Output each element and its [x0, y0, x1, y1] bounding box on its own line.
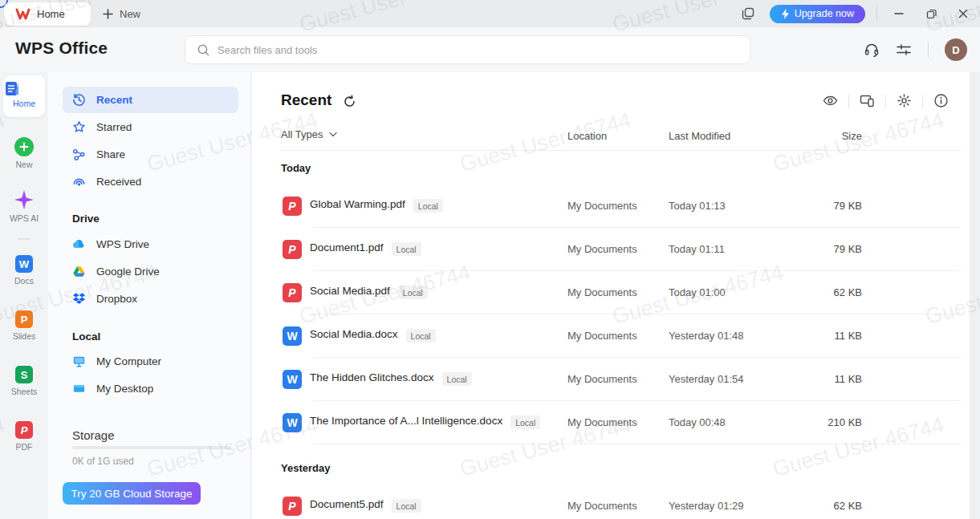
local-badge: Local — [442, 372, 472, 386]
sidebar-item-received[interactable]: Received — [63, 168, 238, 195]
rail-item-sheets[interactable]: S Sheets — [0, 366, 48, 396]
file-size: 11 KB — [766, 330, 862, 342]
search-placeholder: Search files and tools — [218, 44, 317, 56]
column-header-last-modified[interactable]: Last Modified — [669, 130, 730, 142]
sidebar-item-my-desktop[interactable]: My Desktop — [63, 375, 238, 402]
rail-item-new[interactable]: New — [0, 137, 48, 169]
search-input[interactable]: Search files and tools — [185, 35, 750, 64]
rail-item-home[interactable]: Home — [3, 75, 45, 117]
preferences-button[interactable] — [896, 42, 912, 58]
new-tab-label: New — [120, 8, 140, 20]
sidebar: Recent Starred Share Received — [48, 72, 251, 519]
rail-item-pdf[interactable]: P PDF — [0, 421, 48, 452]
file-size: 62 KB — [766, 500, 862, 512]
file-row[interactable]: PDocument5.pdfLocalMy DocumentsYesterday… — [252, 485, 970, 519]
pdf-file-icon: P — [283, 497, 302, 516]
sidebar-item-my-computer[interactable]: My Computer — [63, 348, 238, 375]
file-location: My Documents — [567, 286, 637, 298]
word-file-icon: W — [283, 370, 302, 389]
rail-item-docs-label: Docs — [0, 276, 48, 286]
upgrade-now-label: Upgrade now — [795, 8, 854, 19]
sidebar-item-dropbox[interactable]: Dropbox — [63, 286, 238, 312]
recent-history-icon — [72, 93, 86, 107]
sheets-icon: S — [15, 366, 33, 383]
file-row[interactable]: WThe Importance of A...l Intelligence.do… — [252, 401, 970, 444]
main-content: Recent — [252, 72, 970, 519]
pdf-icon: P — [15, 421, 33, 439]
minimize-button[interactable] — [889, 3, 909, 24]
file-location: My Documents — [567, 200, 637, 212]
file-name: Document1.pdf — [310, 241, 384, 253]
support-button[interactable] — [864, 42, 880, 58]
column-header-size[interactable]: Size — [766, 130, 862, 142]
sidebar-item-dropbox-label: Dropbox — [96, 293, 137, 305]
tab-home[interactable]: Home — [4, 2, 91, 26]
group-label: Today — [252, 151, 970, 184]
header-separator — [928, 42, 929, 58]
file-type-filter-label: All Types — [281, 128, 323, 140]
file-location: My Documents — [567, 500, 637, 512]
storage-progress-bar — [72, 446, 231, 449]
local-badge: Local — [406, 329, 436, 343]
pdf-file-icon: P — [283, 240, 302, 259]
devices-button[interactable] — [860, 93, 875, 108]
settings-button[interactable] — [897, 93, 912, 108]
word-file-icon: W — [283, 413, 302, 432]
actions-separator — [848, 95, 849, 107]
info-button[interactable] — [933, 93, 949, 108]
sidebar-item-recent[interactable]: Recent — [63, 87, 238, 113]
file-row[interactable]: PGlobal Warming.pdfLocalMy DocumentsToda… — [252, 184, 970, 228]
home-doc-icon — [3, 81, 21, 97]
sidebar-item-share-label: Share — [96, 148, 125, 160]
devices-icon — [860, 93, 875, 108]
file-row[interactable]: WThe Hidden Glitches.docxLocalMy Documen… — [252, 358, 970, 401]
restore-button[interactable] — [921, 3, 941, 24]
file-location: My Documents — [567, 416, 637, 428]
rail-item-slides[interactable]: P Slides — [0, 310, 48, 341]
share-nodes-icon — [72, 148, 86, 161]
pdf-file-icon: P — [283, 197, 302, 216]
file-modified: Yesterday 01:54 — [669, 373, 743, 385]
sidebar-item-starred[interactable]: Starred — [63, 114, 238, 140]
new-tab-button[interactable]: New — [103, 3, 140, 24]
sidebar-item-google-drive-label: Google Drive — [96, 266, 160, 278]
wps-ai-sparkle-icon — [14, 189, 35, 210]
file-row[interactable]: PDocument1.pdfLocalMy DocumentsToday 01:… — [252, 228, 970, 271]
file-type-filter-dropdown[interactable]: All Types — [281, 128, 337, 140]
column-header-location[interactable]: Location — [567, 130, 607, 142]
refresh-button[interactable] — [343, 95, 356, 108]
word-file-icon: W — [283, 326, 302, 346]
info-icon — [933, 93, 949, 108]
preview-button[interactable] — [823, 93, 838, 108]
sidebar-item-wps-drive[interactable]: WPS Drive — [63, 231, 238, 257]
vertical-scrollbar[interactable] — [970, 72, 980, 519]
local-badge: Local — [413, 199, 443, 213]
sidebar-item-my-desktop-label: My Desktop — [96, 383, 153, 395]
file-row[interactable]: WSocial Media.docxLocalMy DocumentsYeste… — [252, 314, 970, 358]
file-size: 11 KB — [766, 373, 862, 385]
headset-icon — [864, 42, 880, 58]
eye-icon — [823, 93, 838, 108]
sidebar-item-recent-label: Recent — [96, 94, 132, 106]
rail-item-new-label: New — [0, 160, 48, 169]
file-row[interactable]: PSocial Media.pdfLocalMy DocumentsToday … — [252, 271, 970, 314]
file-name: Social Media.pdf — [310, 285, 390, 297]
app-rail: Home New WPS AI W Docs P Slides — [0, 72, 48, 519]
upgrade-now-button[interactable]: Upgrade now — [770, 5, 865, 23]
rail-item-docs[interactable]: W Docs — [0, 255, 48, 286]
tab-overview-icon — [742, 7, 754, 20]
wps-drive-cloud-icon — [72, 237, 86, 251]
avatar[interactable]: D — [945, 39, 967, 61]
tab-overview-button[interactable] — [738, 3, 758, 24]
file-location: My Documents — [567, 243, 637, 255]
file-size: 210 KB — [766, 416, 862, 428]
file-size: 79 KB — [766, 200, 862, 212]
rail-item-wps-ai[interactable]: WPS AI — [0, 189, 48, 223]
sidebar-item-google-drive[interactable]: Google Drive — [63, 258, 238, 285]
file-modified: Today 01:13 — [669, 200, 726, 212]
close-button[interactable] — [953, 3, 974, 24]
cloud-storage-trial-button[interactable]: Try 20 GB Cloud Storage — [63, 482, 201, 505]
file-modified: Today 01:11 — [669, 243, 725, 255]
docs-icon: W — [15, 255, 33, 273]
sidebar-item-share[interactable]: Share — [63, 141, 238, 168]
